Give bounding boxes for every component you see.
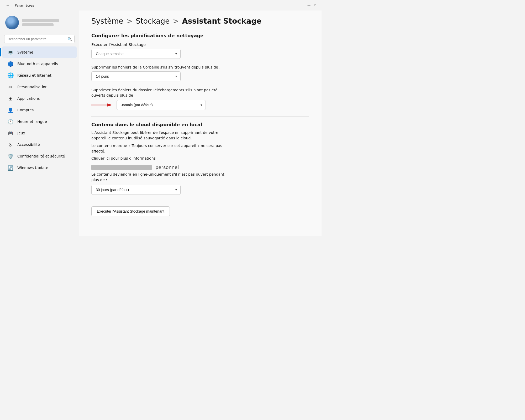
- cloud-desc1: L'Assistant Stockage peut libérer de l'e…: [91, 130, 309, 141]
- cloud-link[interactable]: Cliquer ici pour plus d'informations: [91, 156, 309, 160]
- sidebar-item-label: Réseau et Internet: [17, 73, 51, 77]
- sidebar-item-label: Confidentialité et sécurité: [17, 154, 65, 158]
- breadcrumb: Système > Stockage > Assistant Stockage: [91, 17, 309, 25]
- back-button[interactable]: ←: [4, 2, 12, 9]
- field4-select[interactable]: 30 jours (par défaut): [91, 185, 181, 195]
- user-name: [22, 19, 59, 22]
- form-group-field3: Supprimer les fichiers du dossier Téléch…: [91, 88, 309, 110]
- sidebar-item-jeux[interactable]: 🎮 Jeux: [2, 127, 77, 139]
- maximize-button[interactable]: □: [313, 3, 317, 7]
- sidebar-item-label: Heure et langue: [17, 119, 47, 124]
- form-group-field4: 30 jours (par défaut) ▾: [91, 185, 309, 195]
- cloud-desc2: Le contenu marqué « Toujours conserver s…: [91, 143, 309, 154]
- user-account-blurred: [91, 165, 152, 170]
- field2-select[interactable]: 14 jours: [91, 71, 181, 81]
- content-area: Système > Stockage > Assistant Stockage …: [79, 10, 322, 236]
- search-input[interactable]: [4, 35, 75, 43]
- systeme-icon: 💻: [7, 49, 14, 55]
- sidebar-item-update[interactable]: 🔄 Windows Update: [2, 162, 77, 174]
- search-box: 🔍: [4, 35, 75, 43]
- run-storage-sense-button[interactable]: Exécuter l'Assistant Stockage maintenant: [91, 206, 170, 216]
- sidebar: 🔍 💻 Système 🔵 Bluetooth et appareils 🌐 R…: [0, 10, 79, 236]
- search-icon: 🔍: [67, 37, 72, 41]
- sidebar-item-heure[interactable]: 🕐 Heure et langue: [2, 116, 77, 127]
- form-group-field1: Exécuter l'Assistant Stockage Chaque sem…: [91, 43, 309, 59]
- cloud-section-title: Contenu dans le cloud disponible en loca…: [91, 122, 309, 127]
- sidebar-item-label: Windows Update: [17, 166, 48, 170]
- sidebar-item-label: Accessibilité: [17, 143, 40, 147]
- bluetooth-icon: 🔵: [7, 61, 14, 67]
- sidebar-item-label: Bluetooth et appareils: [17, 62, 58, 66]
- sidebar-item-label: Système: [17, 50, 33, 54]
- minimize-button[interactable]: —: [307, 3, 311, 7]
- applications-icon: ⊞: [7, 95, 14, 102]
- heure-icon: 🕐: [7, 118, 14, 125]
- arrow-annotation: [91, 102, 112, 108]
- breadcrumb-stockage: Stockage: [136, 17, 170, 25]
- field2-label: Supprimer les fichiers de la Corbeille s…: [91, 65, 309, 69]
- sidebar-item-label: Jeux: [17, 131, 25, 135]
- section-divider: [91, 116, 309, 117]
- user-account-desc: Le contenu deviendra en ligne-uniquement…: [91, 172, 309, 183]
- sidebar-item-accessibilite[interactable]: ♿ Accessibilité: [2, 139, 77, 150]
- personnalisation-icon: ✏️: [7, 84, 14, 90]
- field3-select[interactable]: Jamais (par défaut): [117, 100, 206, 110]
- jeux-icon: 🎮: [7, 130, 14, 136]
- svg-marker-1: [107, 103, 112, 107]
- field3-label: Supprimer les fichiers du dossier Téléch…: [91, 88, 309, 98]
- sidebar-item-reseau[interactable]: 🌐 Réseau et Internet: [2, 70, 77, 81]
- sidebar-item-personnalisation[interactable]: ✏️ Personnalisation: [2, 81, 77, 93]
- sidebar-item-systeme[interactable]: 💻 Système: [2, 46, 77, 58]
- user-profile[interactable]: [0, 13, 79, 34]
- title-bar: ← Paramètres — □: [0, 0, 322, 10]
- user-account-label: personnel: [91, 165, 309, 170]
- sidebar-item-label: Applications: [17, 96, 40, 101]
- field1-select-wrapper: Chaque semaine ▾: [91, 49, 181, 59]
- sidebar-item-confidentialite[interactable]: 🛡️ Confidentialité et sécurité: [2, 150, 77, 162]
- accessibilite-icon: ♿: [7, 141, 14, 148]
- confidentialite-icon: 🛡️: [7, 153, 14, 159]
- reseau-icon: 🌐: [7, 72, 14, 78]
- field1-label: Exécuter l'Assistant Stockage: [91, 43, 309, 47]
- sidebar-item-applications[interactable]: ⊞ Applications: [2, 93, 77, 104]
- field4-select-wrapper: 30 jours (par défaut) ▾: [91, 185, 181, 195]
- field3-select-wrapper: Jamais (par défaut) ▾: [117, 100, 206, 110]
- sidebar-item-label: Comptes: [17, 108, 34, 112]
- breadcrumb-systeme: Système: [91, 17, 123, 25]
- sidebar-item-label: Personnalisation: [17, 85, 48, 89]
- window-controls: — □: [307, 3, 317, 7]
- section1-title: Configurer les planifications de nettoya…: [91, 33, 309, 38]
- avatar: [5, 16, 19, 29]
- breadcrumb-sep2: >: [173, 17, 179, 25]
- breadcrumb-sep1: >: [127, 17, 133, 25]
- sidebar-item-comptes[interactable]: 👤 Comptes: [2, 104, 77, 116]
- field2-select-wrapper: 14 jours ▾: [91, 71, 181, 81]
- comptes-icon: 👤: [7, 107, 14, 113]
- window-title: Paramètres: [15, 3, 34, 7]
- user-email: [22, 23, 54, 26]
- field1-select[interactable]: Chaque semaine: [91, 49, 181, 59]
- sidebar-item-bluetooth[interactable]: 🔵 Bluetooth et appareils: [2, 58, 77, 70]
- app-container: 🔍 💻 Système 🔵 Bluetooth et appareils 🌐 R…: [0, 10, 322, 236]
- title-bar-left: ← Paramètres: [4, 2, 34, 9]
- update-icon: 🔄: [7, 165, 14, 171]
- form-group-field2: Supprimer les fichiers de la Corbeille s…: [91, 65, 309, 81]
- breadcrumb-assistant: Assistant Stockage: [182, 17, 262, 25]
